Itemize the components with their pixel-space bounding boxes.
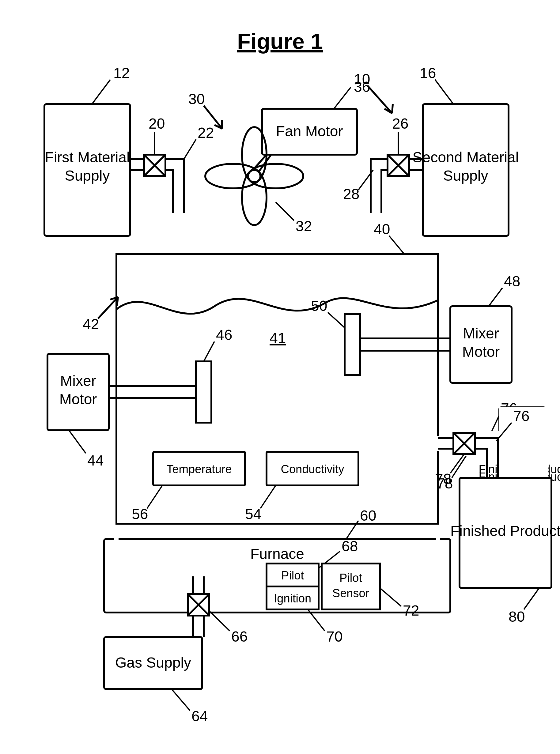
gas-supply: Gas Supply — [104, 637, 202, 689]
conductivity-label: Conductivity — [281, 463, 344, 476]
leader-48 — [488, 288, 502, 306]
ref-16: 16 — [420, 65, 436, 81]
ref-80: 80 — [508, 609, 525, 625]
svg-rect-21 — [191, 572, 206, 576]
ref-30: 30 — [188, 91, 205, 107]
svg-point-5 — [205, 164, 260, 188]
ref-68: 68 — [342, 538, 358, 554]
leader-66 — [209, 611, 230, 631]
svg-rect-14 — [114, 537, 119, 541]
ref-60: 60 — [360, 507, 376, 524]
second-material-supply: Second Material Supply — [413, 104, 519, 236]
leader-22 — [184, 139, 196, 159]
first-material-supply: First Material Supply — [44, 104, 130, 236]
mixer-l1r: Mixer — [463, 325, 499, 342]
leader-54 — [260, 485, 276, 508]
leader-12 — [92, 80, 110, 104]
leader-64 — [172, 689, 190, 711]
ref-72: 72 — [403, 603, 419, 619]
second-supply-l2: Supply — [443, 167, 488, 184]
ref-28: 28 — [343, 186, 359, 202]
ref-64: 64 — [192, 708, 208, 724]
ref-48: 48 — [504, 273, 520, 289]
pilot-label: Pilot — [281, 569, 304, 582]
figure-title: Figure 1 — [237, 29, 323, 54]
leader-32 — [276, 202, 294, 221]
gas-supply-label: Gas Supply — [115, 654, 191, 671]
mixer-right-impeller — [345, 314, 360, 375]
leader-50 — [328, 312, 345, 328]
ref-50: 50 — [311, 298, 327, 314]
finished-product-lbl: Finished Product — [450, 523, 560, 539]
ref-56: 56 — [132, 506, 148, 522]
ref-20: 20 — [148, 116, 165, 132]
diagram-root: Figure 1 First Material Supply 12 Second… — [0, 0, 560, 754]
ref-54: 54 — [245, 506, 261, 522]
temperature-sensor: Temperature — [153, 452, 245, 485]
conductivity-sensor: Conductivity — [266, 452, 358, 485]
ref-42: 42 — [83, 316, 99, 332]
leader-40 — [389, 236, 404, 254]
ref-70: 70 — [326, 628, 342, 645]
ref-22: 22 — [198, 125, 214, 141]
ref-32: 32 — [296, 218, 312, 234]
pilot-sensor-l2: Sensor — [333, 587, 369, 600]
mixer-left-shaft — [109, 386, 196, 398]
leader-56 — [147, 485, 162, 508]
leader-16 — [435, 80, 454, 104]
mixer-l2l: Motor — [59, 391, 97, 407]
fan-motor: Fan Motor — [262, 109, 357, 155]
arrow-10 — [367, 86, 393, 113]
pilot-box: Pilot — [266, 564, 319, 587]
temperature-label: Temperature — [166, 463, 232, 476]
ref-36: 36 — [354, 79, 370, 95]
mixer-motor-left: Mixer Motor — [47, 354, 109, 430]
ref-78b: 78 — [435, 471, 451, 487]
leader-36 — [334, 87, 351, 109]
first-supply-l2: Supply — [65, 167, 110, 184]
ref-66: 66 — [231, 628, 247, 645]
ref-40: 40 — [374, 221, 390, 237]
ref-76b: 76 — [513, 408, 529, 424]
ref-12: 12 — [113, 65, 129, 81]
leader-80 — [524, 588, 539, 609]
mixer-right-shaft — [360, 339, 450, 351]
mixer-left-impeller — [196, 361, 212, 423]
pipe-left — [130, 155, 184, 213]
first-supply-l1: First Material — [45, 149, 129, 165]
svg-point-6 — [248, 164, 303, 188]
pilot-sensor-l1: Pilot — [339, 571, 362, 584]
mixer-motor-right: Mixer Motor — [450, 306, 512, 383]
ref-46: 46 — [216, 327, 232, 343]
ref-26: 26 — [392, 116, 408, 132]
ref-41: 41 — [269, 330, 286, 346]
leader-78 — [452, 454, 467, 478]
ref-44: 44 — [87, 452, 103, 469]
furnace-label: Furnace — [250, 546, 304, 562]
arrow-42 — [98, 297, 118, 319]
svg-rect-18 — [322, 564, 380, 609]
mixer-l2r: Motor — [462, 344, 500, 360]
second-supply-l1: Second Material — [413, 149, 519, 165]
leader-46 — [204, 342, 215, 361]
ignition-box: Ignition — [266, 587, 319, 609]
svg-point-4 — [242, 170, 266, 225]
fan-motor-label: Fan Motor — [276, 123, 343, 139]
ignition-label: Ignition — [274, 592, 312, 605]
leader-44 — [69, 430, 86, 453]
mixer-l1l: Mixer — [60, 373, 96, 389]
pilot-sensor: Pilot Sensor — [322, 564, 380, 609]
svg-rect-15 — [436, 537, 440, 541]
